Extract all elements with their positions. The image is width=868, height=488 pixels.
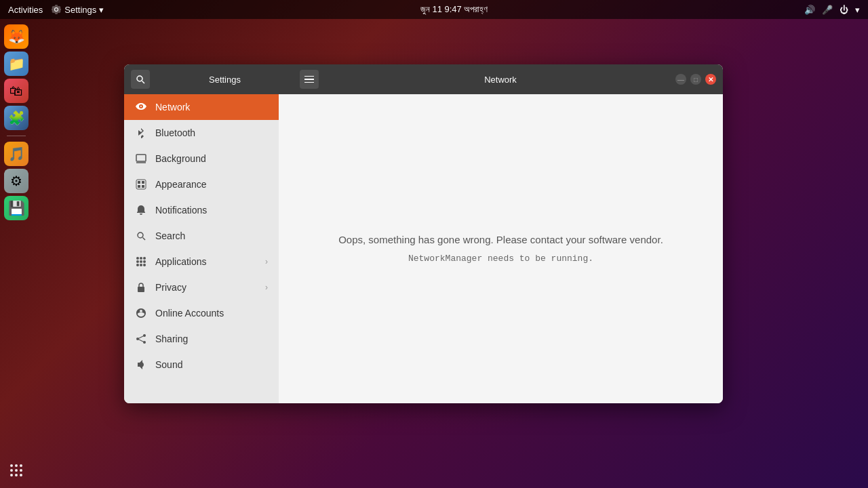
dock-separator bbox=[7, 136, 26, 136]
sidebar-item-applications[interactable]: Applications › bbox=[124, 249, 279, 274]
network-icon bbox=[135, 101, 147, 113]
svg-rect-16 bbox=[138, 185, 140, 188]
hamburger-line-1 bbox=[304, 76, 314, 77]
sidebar-label-appearance: Appearance bbox=[155, 179, 268, 190]
svg-point-22 bbox=[143, 257, 146, 260]
svg-point-24 bbox=[140, 260, 142, 263]
settings-menu-arrow: ▾ bbox=[99, 5, 104, 15]
svg-point-3 bbox=[10, 469, 13, 472]
sidebar-item-notifications[interactable]: Notifications bbox=[124, 197, 279, 223]
window-body: Network Bluetooth Background bbox=[124, 94, 723, 403]
titlebar-center: Network bbox=[326, 75, 675, 85]
dock-item-addons[interactable]: 🧩 bbox=[4, 106, 28, 130]
sidebar-item-sharing[interactable]: Sharing bbox=[124, 326, 279, 352]
svg-point-1 bbox=[15, 464, 18, 467]
svg-rect-14 bbox=[138, 181, 140, 184]
datetime-display: জুন 11 9:47 অপরাহ্ণ bbox=[420, 4, 488, 15]
sidebar-item-search[interactable]: Search bbox=[124, 223, 279, 249]
settings-window: Settings Network — □ ✕ bbox=[124, 64, 723, 403]
sidebar-label-online-accounts: Online Accounts bbox=[155, 308, 268, 319]
dock-item-music[interactable]: 🎵 bbox=[4, 142, 28, 166]
power-icon[interactable]: ⏻ bbox=[840, 5, 848, 15]
sidebar-window-title: Settings bbox=[155, 75, 294, 85]
svg-point-20 bbox=[136, 257, 139, 260]
sidebar-item-network[interactable]: Network bbox=[124, 94, 279, 120]
svg-rect-17 bbox=[142, 185, 144, 188]
search-sidebar-icon bbox=[135, 230, 147, 242]
bluetooth-icon bbox=[135, 127, 147, 139]
svg-point-6 bbox=[10, 474, 13, 476]
window-titlebar: Settings Network — □ ✕ bbox=[124, 64, 723, 94]
network-content: Oops, something has gone wrong. Please c… bbox=[279, 94, 723, 403]
close-button[interactable]: ✕ bbox=[705, 74, 716, 85]
search-button[interactable] bbox=[131, 70, 150, 89]
dock-item-firefox[interactable]: 🦊 bbox=[4, 24, 28, 49]
hamburger-line-3 bbox=[304, 82, 314, 83]
microphone-icon[interactable]: 🎤 bbox=[822, 5, 833, 15]
svg-rect-15 bbox=[142, 181, 144, 184]
svg-point-0 bbox=[10, 464, 13, 467]
svg-line-34 bbox=[138, 339, 144, 342]
svg-point-28 bbox=[143, 264, 146, 266]
system-menu-arrow[interactable]: ▾ bbox=[855, 5, 860, 15]
svg-rect-11 bbox=[136, 155, 146, 161]
topbar: Activities Settings ▾ জুন 11 9:47 অপরাহ্… bbox=[0, 0, 868, 19]
svg-point-26 bbox=[136, 264, 139, 266]
dock-item-disks[interactable]: 💾 bbox=[4, 196, 28, 220]
applications-chevron: › bbox=[265, 257, 268, 266]
hamburger-menu-button[interactable] bbox=[300, 70, 319, 89]
svg-point-25 bbox=[143, 260, 146, 263]
sidebar-label-sharing: Sharing bbox=[155, 333, 268, 344]
sidebar-label-bluetooth: Bluetooth bbox=[155, 127, 268, 138]
svg-point-21 bbox=[140, 257, 142, 260]
privacy-chevron: › bbox=[265, 283, 268, 292]
activities-button[interactable]: Activities bbox=[8, 5, 43, 15]
topbar-center: জুন 11 9:47 অপরাহ্ণ bbox=[104, 4, 804, 15]
svg-point-5 bbox=[20, 469, 22, 472]
online-accounts-icon bbox=[135, 307, 147, 319]
error-message: Oops, something has gone wrong. Please c… bbox=[338, 234, 663, 245]
titlebar-left: Settings bbox=[124, 70, 326, 89]
settings-sidebar: Network Bluetooth Background bbox=[124, 94, 279, 403]
svg-line-19 bbox=[143, 238, 146, 241]
settings-menu-button[interactable]: Settings ▾ bbox=[51, 4, 104, 15]
svg-rect-29 bbox=[138, 287, 144, 292]
notifications-icon bbox=[135, 204, 147, 216]
sidebar-item-online-accounts[interactable]: Online Accounts bbox=[124, 300, 279, 326]
sidebar-label-applications: Applications bbox=[155, 256, 257, 267]
sidebar-item-privacy[interactable]: Privacy › bbox=[124, 274, 279, 300]
sound-icon bbox=[135, 359, 147, 371]
content-window-title: Network bbox=[484, 75, 517, 85]
svg-line-10 bbox=[142, 81, 145, 84]
svg-point-18 bbox=[138, 232, 143, 238]
svg-point-23 bbox=[136, 260, 139, 263]
dock: 🦊 📁 🛍 🧩 🎵 ⚙ 💾 bbox=[0, 19, 33, 488]
dock-item-files[interactable]: 📁 bbox=[4, 52, 28, 76]
show-applications-button[interactable] bbox=[4, 458, 28, 483]
sidebar-label-search: Search bbox=[155, 230, 268, 241]
sidebar-item-appearance[interactable]: Appearance bbox=[124, 171, 279, 197]
maximize-button[interactable]: □ bbox=[690, 74, 701, 85]
sidebar-label-notifications: Notifications bbox=[155, 205, 268, 216]
background-icon bbox=[135, 152, 147, 165]
settings-label: Settings bbox=[64, 5, 96, 15]
minimize-button[interactable]: — bbox=[675, 74, 686, 85]
svg-point-8 bbox=[20, 474, 22, 476]
sidebar-item-bluetooth[interactable]: Bluetooth bbox=[124, 120, 279, 146]
titlebar-controls: — □ ✕ bbox=[675, 74, 723, 85]
sidebar-item-background[interactable]: Background bbox=[124, 146, 279, 171]
dock-item-software[interactable]: 🛍 bbox=[4, 79, 28, 103]
volume-icon[interactable]: 🔊 bbox=[804, 5, 815, 15]
applications-icon bbox=[135, 256, 147, 268]
gear-icon bbox=[51, 4, 62, 15]
sidebar-label-sound: Sound bbox=[155, 359, 268, 370]
hamburger-line-2 bbox=[304, 79, 314, 80]
activities-label: Activities bbox=[8, 5, 43, 15]
dock-item-settings[interactable]: ⚙ bbox=[4, 169, 28, 193]
svg-line-33 bbox=[138, 336, 144, 339]
sidebar-label-privacy: Privacy bbox=[155, 282, 257, 293]
sidebar-item-sound[interactable]: Sound bbox=[124, 352, 279, 378]
sharing-icon bbox=[135, 333, 147, 345]
sidebar-label-background: Background bbox=[155, 153, 268, 164]
sidebar-label-network: Network bbox=[155, 102, 268, 113]
